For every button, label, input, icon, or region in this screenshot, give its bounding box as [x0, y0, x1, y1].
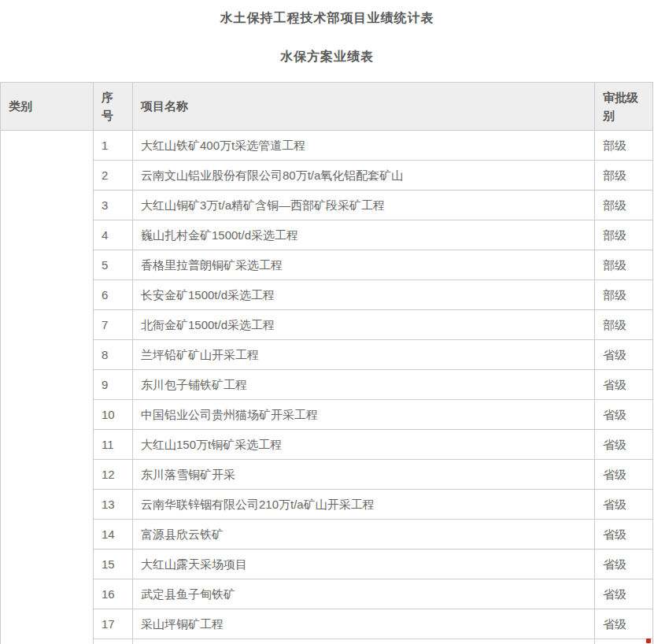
row-project-name: 香格里拉普朗铜矿采选工程	[133, 250, 595, 280]
row-project-name: 采山坪铜矿工程	[133, 609, 595, 639]
table-row: 12 东川落雪铜矿开采 省级	[1, 460, 653, 490]
table-row: 14 富源县欣云铁矿 省级	[1, 520, 653, 550]
row-approval-level: 部级	[595, 131, 653, 161]
table-row: 5 香格里拉普朗铜矿采选工程 部级	[1, 250, 653, 280]
row-approval-level	[595, 639, 653, 644]
row-project-name: 大红山铁矿400万t采选管道工程	[133, 131, 595, 161]
row-index: 11	[94, 430, 133, 460]
row-project-name: 巍山扎村金矿1500t/d采选工程	[133, 220, 595, 250]
row-index: 4	[94, 220, 133, 250]
row-approval-level: 省级	[595, 400, 653, 430]
row-index: 13	[94, 490, 133, 520]
table-row: 6 长安金矿1500t/d采选工程 部级	[1, 280, 653, 310]
table-row: 13 云南华联锌铟有限公司210万t/a矿山开采工程 省级	[1, 490, 653, 520]
table-row: 8 兰坪铅矿矿山开采工程 省级	[1, 340, 653, 370]
header-index: 序号	[94, 83, 133, 131]
red-dot-artifact	[646, 638, 651, 643]
row-project-name: 兰坪铅矿矿山开采工程	[133, 340, 595, 370]
header-category: 类别	[1, 83, 94, 131]
table-row: 9 东川包子铺铁矿工程 省级	[1, 370, 653, 400]
row-index: 15	[94, 550, 133, 579]
table-row: 1 大红山铁矿400万t采选管道工程 部级	[1, 131, 653, 161]
table-row: 2 云南文山铝业股份有限公司80万t/a氧化铝配套矿山 部级	[1, 161, 653, 191]
row-project-name: 北衙金矿1500t/d采选工程	[133, 310, 595, 340]
row-project-name: 大红山铜矿3万t/a精矿含铜—西部矿段采矿工程	[133, 191, 595, 220]
row-approval-level: 部级	[595, 161, 653, 191]
row-project-name: 东川落雪铜矿开采	[133, 460, 595, 490]
row-project-name: 云南文山铝业股份有限公司80万t/a氧化铝配套矿山	[133, 161, 595, 191]
table-row: 15 大红山露天采场项目 省级	[1, 550, 653, 579]
row-index: 9	[94, 370, 133, 400]
row-index: 5	[94, 250, 133, 280]
row-approval-level: 省级	[595, 340, 653, 370]
row-index: 3	[94, 191, 133, 220]
document-page: 水土保持工程技术部项目业绩统计表 水保方案业绩表 类别 序号 项目名称 审批级别…	[0, 0, 654, 644]
table-row: 16 武定县鱼子甸铁矿 省级	[1, 579, 653, 609]
table-row: 4 巍山扎村金矿1500t/d采选工程 部级	[1, 220, 653, 250]
page-title: 水土保持工程技术部项目业绩统计表	[0, 0, 654, 27]
row-index: 6	[94, 280, 133, 310]
row-approval-level: 部级	[595, 250, 653, 280]
row-index: 17	[94, 609, 133, 639]
row-approval-level: 省级	[595, 609, 653, 639]
row-index: 2	[94, 161, 133, 191]
row-approval-level: 部级	[595, 220, 653, 250]
performance-table: 类别 序号 项目名称 审批级别 1 大红山铁矿400万t采选管道工程 部级 2 …	[0, 82, 653, 644]
header-approval-level: 审批级别	[595, 83, 653, 131]
row-approval-level: 省级	[595, 430, 653, 460]
row-project-name: 大红山露天采场项目	[133, 550, 595, 579]
row-project-name: 大红山150万t铜矿采选工程	[133, 430, 595, 460]
category-cell	[1, 131, 94, 644]
row-approval-level: 省级	[595, 520, 653, 550]
row-index: 16	[94, 579, 133, 609]
table-row: 17 采山坪铜矿工程 省级	[1, 609, 653, 639]
row-project-name: 长安金矿1500t/d采选工程	[133, 280, 595, 310]
table-header-row: 类别 序号 项目名称 审批级别	[1, 83, 653, 131]
table-row: 10 中国铝业公司贵州猫场矿开采工程 省级	[1, 400, 653, 430]
row-index: 14	[94, 520, 133, 550]
row-index: 10	[94, 400, 133, 430]
row-index	[94, 639, 133, 644]
row-project-name: 武定县鱼子甸铁矿	[133, 579, 595, 609]
row-approval-level: 省级	[595, 490, 653, 520]
row-project-name: 富源县欣云铁矿	[133, 520, 595, 550]
table-row: 11 大红山150万t铜矿采选工程 省级	[1, 430, 653, 460]
row-project-name: 中国铝业公司贵州猫场矿开采工程	[133, 400, 595, 430]
row-project-name: 云南华联锌铟有限公司210万t/a矿山开采工程	[133, 490, 595, 520]
row-approval-level: 部级	[595, 191, 653, 220]
row-index: 7	[94, 310, 133, 340]
row-approval-level: 省级	[595, 460, 653, 490]
row-approval-level: 省级	[595, 550, 653, 579]
table-row: 7 北衙金矿1500t/d采选工程 部级	[1, 310, 653, 340]
row-approval-level: 部级	[595, 310, 653, 340]
row-approval-level: 省级	[595, 579, 653, 609]
row-index: 1	[94, 131, 133, 161]
table-row-partial	[1, 639, 653, 644]
row-index: 12	[94, 460, 133, 490]
table-row: 3 大红山铜矿3万t/a精矿含铜—西部矿段采矿工程 部级	[1, 191, 653, 220]
row-project-name: 东川包子铺铁矿工程	[133, 370, 595, 400]
row-approval-level: 省级	[595, 370, 653, 400]
page-subtitle: 水保方案业绩表	[0, 27, 654, 65]
row-index: 8	[94, 340, 133, 370]
header-project-name: 项目名称	[133, 83, 595, 131]
row-approval-level: 部级	[595, 280, 653, 310]
row-project-name	[133, 639, 595, 644]
